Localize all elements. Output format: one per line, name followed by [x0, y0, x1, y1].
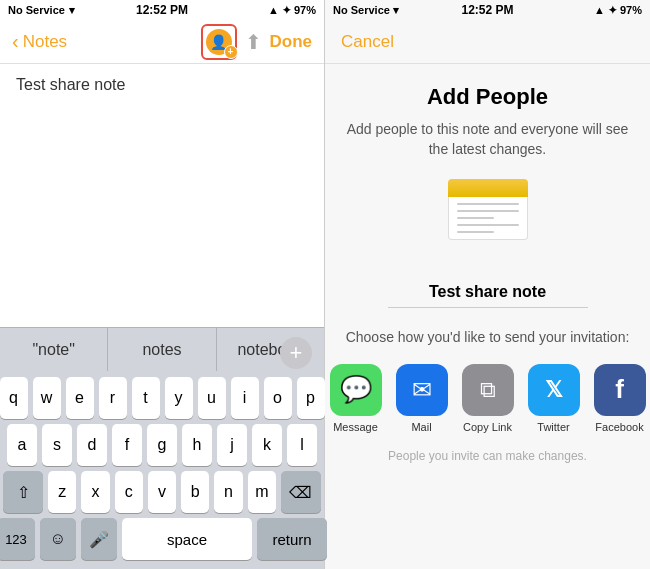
right-status-service: No Service ▾ — [333, 4, 399, 17]
note-line-2 — [457, 210, 519, 212]
emoji-key[interactable]: ☺ — [40, 518, 76, 560]
key-b[interactable]: b — [181, 471, 209, 513]
add-fab-icon: + — [290, 340, 303, 366]
share-button[interactable]: ⬆ — [245, 30, 262, 54]
share-twitter-item[interactable]: 𝕏 Twitter — [528, 364, 580, 433]
key-n[interactable]: n — [214, 471, 242, 513]
note-line-5 — [457, 231, 494, 233]
kb-row-4: 123 ☺ 🎤 space return — [3, 518, 321, 560]
key-i[interactable]: i — [231, 377, 259, 419]
share-copy-item[interactable]: ⧉ Copy Link — [462, 364, 514, 433]
key-o[interactable]: o — [264, 377, 292, 419]
copy-icon: ⧉ — [480, 377, 496, 403]
note-content[interactable]: Test share note — [0, 64, 324, 327]
back-chevron-icon: ‹ — [12, 30, 19, 53]
service-label-left: No Service — [8, 4, 65, 16]
key-q[interactable]: q — [0, 377, 28, 419]
twitter-label: Twitter — [537, 421, 569, 433]
left-right-status: ▲ ✦ 97% — [268, 4, 316, 17]
key-h[interactable]: h — [182, 424, 212, 466]
note-name-underline — [388, 307, 588, 308]
add-people-title: Add People — [427, 84, 548, 110]
key-v[interactable]: v — [148, 471, 176, 513]
space-key[interactable]: space — [122, 518, 252, 560]
key-e[interactable]: e — [66, 377, 94, 419]
plus-badge: + — [224, 45, 238, 59]
add-fab-button[interactable]: + — [280, 337, 312, 369]
key-k[interactable]: k — [252, 424, 282, 466]
shift-key[interactable]: ⇧ — [3, 471, 43, 513]
share-facebook-item[interactable]: f Facebook — [594, 364, 646, 433]
person-plus-icon: 👤 + — [204, 27, 234, 57]
key-l[interactable]: l — [287, 424, 317, 466]
kb-row-2: a s d f g h j k l — [3, 424, 321, 466]
facebook-icon-box: f — [594, 364, 646, 416]
key-r[interactable]: r — [99, 377, 127, 419]
message-label: Message — [333, 421, 378, 433]
key-y[interactable]: y — [165, 377, 193, 419]
left-panel: No Service ▾ 12:52 PM ▲ ✦ 97% ‹ Notes 👤 … — [0, 0, 325, 569]
right-right-status: ▲ ✦ 97% — [594, 4, 642, 17]
note-line-3 — [457, 217, 494, 219]
copy-icon-box: ⧉ — [462, 364, 514, 416]
left-status-bar: No Service ▾ 12:52 PM ▲ ✦ 97% — [0, 0, 324, 20]
copy-label: Copy Link — [463, 421, 512, 433]
delete-key[interactable]: ⌫ — [281, 471, 321, 513]
key-p[interactable]: p — [297, 377, 325, 419]
autocomplete-note-quoted-label: "note" — [32, 341, 75, 359]
done-button[interactable]: Done — [270, 32, 313, 52]
left-time: 12:52 PM — [136, 3, 188, 17]
return-key[interactable]: return — [257, 518, 327, 560]
key-w[interactable]: w — [33, 377, 61, 419]
nav-icons-left: 👤 + ⬆ Done — [201, 24, 313, 60]
cancel-button[interactable]: Cancel — [341, 32, 394, 52]
mail-icon: ✉ — [412, 376, 432, 404]
left-nav-bar: ‹ Notes 👤 + ⬆ Done — [0, 20, 324, 64]
battery-label-left: 97% — [294, 4, 316, 16]
key-c[interactable]: c — [115, 471, 143, 513]
key-x[interactable]: x — [81, 471, 109, 513]
keyboard: q w e r t y u i o p a s d f g h j k l ⇧ … — [0, 371, 324, 569]
mail-label: Mail — [411, 421, 431, 433]
right-panel: No Service ▾ 12:52 PM ▲ ✦ 97% Cancel Add… — [325, 0, 650, 569]
facebook-icon: f — [615, 374, 624, 405]
autocomplete-notes-label: notes — [142, 341, 181, 359]
kb-row-1: q w e r t y u i o p — [3, 377, 321, 419]
share-message-item[interactable]: 💬 Message — [330, 364, 382, 433]
key-d[interactable]: d — [77, 424, 107, 466]
wifi-icon-right: ▾ — [393, 4, 399, 16]
share-mail-item[interactable]: ✉ Mail — [396, 364, 448, 433]
key-m[interactable]: m — [248, 471, 276, 513]
key-f[interactable]: f — [112, 424, 142, 466]
key-g[interactable]: g — [147, 424, 177, 466]
bluetooth-icon-left: ✦ — [282, 4, 291, 17]
mic-key[interactable]: 🎤 — [81, 518, 117, 560]
share-icons-row: 💬 Message ✉ Mail ⧉ Copy Link 𝕏 — [330, 364, 646, 433]
note-name: Test share note — [429, 283, 546, 301]
note-line-4 — [457, 224, 519, 226]
right-status-bar: No Service ▾ 12:52 PM ▲ ✦ 97% — [325, 0, 650, 20]
twitter-icon: 𝕏 — [545, 377, 563, 403]
add-person-button[interactable]: 👤 + — [201, 24, 237, 60]
key-t[interactable]: t — [132, 377, 160, 419]
autocomplete-note-quoted[interactable]: "note" — [0, 328, 108, 371]
key-u[interactable]: u — [198, 377, 226, 419]
notes-icon-top — [448, 179, 528, 197]
right-content: Add People Add people to this note and e… — [325, 64, 650, 569]
wifi-icon-left: ▾ — [69, 4, 75, 17]
back-label: Notes — [23, 32, 67, 52]
add-people-desc: Add people to this note and everyone wil… — [341, 120, 634, 159]
message-icon-box: 💬 — [330, 364, 382, 416]
left-status-service: No Service ▾ — [8, 4, 75, 17]
autocomplete-notes[interactable]: notes — [108, 328, 216, 371]
key-s[interactable]: s — [42, 424, 72, 466]
nav-icon-left: ▲ — [268, 4, 279, 16]
key-z[interactable]: z — [48, 471, 76, 513]
notes-icon-body — [448, 197, 528, 240]
num-key[interactable]: 123 — [0, 518, 35, 560]
service-label-right: No Service — [333, 4, 390, 16]
back-button[interactable]: ‹ Notes — [12, 30, 67, 53]
key-j[interactable]: j — [217, 424, 247, 466]
key-a[interactable]: a — [7, 424, 37, 466]
right-nav-bar: Cancel — [325, 20, 650, 64]
